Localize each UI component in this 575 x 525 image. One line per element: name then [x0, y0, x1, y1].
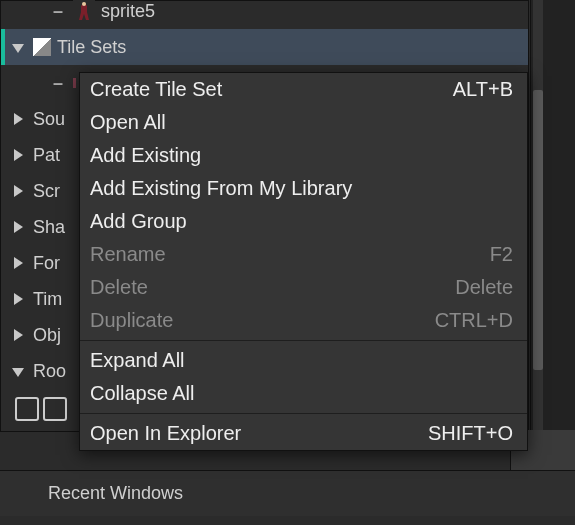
expand-right-icon[interactable]: [9, 109, 27, 130]
sprite-thumb-icon: [73, 0, 95, 22]
menu-create-tileset[interactable]: Create Tile Set ALT+B: [80, 73, 527, 106]
context-menu: Create Tile Set ALT+B Open All Add Exist…: [79, 72, 528, 451]
tree-item-label: Tim: [33, 289, 62, 310]
expand-down-icon[interactable]: [9, 37, 27, 58]
expand-down-icon[interactable]: [9, 361, 27, 382]
tree-item-label: Sha: [33, 217, 65, 238]
menu-shortcut: F2: [490, 243, 513, 266]
expand-right-icon[interactable]: [9, 217, 27, 238]
menu-duplicate: Duplicate CTRL+D: [80, 304, 527, 337]
menu-rename: Rename F2: [80, 238, 527, 271]
selection-accent: [1, 29, 5, 65]
menu-label: Add Existing From My Library: [90, 177, 352, 200]
expand-right-icon[interactable]: [9, 289, 27, 310]
menu-shortcut: CTRL+D: [435, 309, 513, 332]
menu-label: Delete: [90, 276, 148, 299]
svg-point-1: [82, 2, 86, 6]
menu-label: Expand All: [90, 349, 185, 372]
menu-add-existing[interactable]: Add Existing: [80, 139, 527, 172]
expand-right-icon[interactable]: [9, 325, 27, 346]
menu-label: Open All: [90, 111, 166, 134]
tree-item-label: Scr: [33, 181, 60, 202]
tree-item-label: Obj: [33, 325, 61, 346]
menu-open-all[interactable]: Open All: [80, 106, 527, 139]
menu-add-group[interactable]: Add Group: [80, 205, 527, 238]
tree-item-tilesets[interactable]: Tile Sets: [1, 29, 528, 65]
recent-windows-panel[interactable]: Recent Windows: [0, 470, 575, 516]
menu-label: Duplicate: [90, 309, 173, 332]
tree-item-label: Roo: [33, 361, 66, 382]
menu-collapse-all[interactable]: Collapse All: [80, 377, 527, 410]
box-icon: [15, 397, 39, 421]
scrollbar-thumb[interactable]: [533, 90, 543, 370]
menu-shortcut: ALT+B: [453, 78, 513, 101]
menu-label: Add Group: [90, 210, 187, 233]
view-toggle-icons[interactable]: [15, 397, 67, 421]
menu-add-existing-library[interactable]: Add Existing From My Library: [80, 172, 527, 205]
expand-right-icon[interactable]: [9, 181, 27, 202]
menu-label: Collapse All: [90, 382, 195, 405]
tree-item-label: sprite5: [101, 1, 155, 22]
menu-label: Add Existing: [90, 144, 201, 167]
tree-dash-icon: –: [49, 73, 67, 94]
menu-separator: [80, 413, 527, 414]
tree-dash-icon: –: [49, 1, 67, 22]
menu-shortcut: Delete: [455, 276, 513, 299]
menu-delete: Delete Delete: [80, 271, 527, 304]
app-root: – sprite5 Tile Sets – ti Sou Pat: [0, 0, 575, 525]
box-icon: [43, 397, 67, 421]
menu-expand-all[interactable]: Expand All: [80, 344, 527, 377]
recent-windows-label: Recent Windows: [48, 483, 183, 504]
expand-right-icon[interactable]: [9, 145, 27, 166]
menu-label: Open In Explorer: [90, 422, 241, 445]
tree-item-label: Sou: [33, 109, 65, 130]
menu-shortcut: SHIFT+O: [428, 422, 513, 445]
menu-open-in-explorer[interactable]: Open In Explorer SHIFT+O: [80, 417, 527, 450]
tree-item-sprite5[interactable]: – sprite5: [1, 0, 528, 29]
menu-label: Create Tile Set: [90, 78, 222, 101]
menu-separator: [80, 340, 527, 341]
tileset-icon: [33, 38, 51, 56]
tree-item-label: For: [33, 253, 60, 274]
tree-item-label: Pat: [33, 145, 60, 166]
menu-label: Rename: [90, 243, 166, 266]
expand-right-icon[interactable]: [9, 253, 27, 274]
tree-item-label: Tile Sets: [57, 37, 126, 58]
